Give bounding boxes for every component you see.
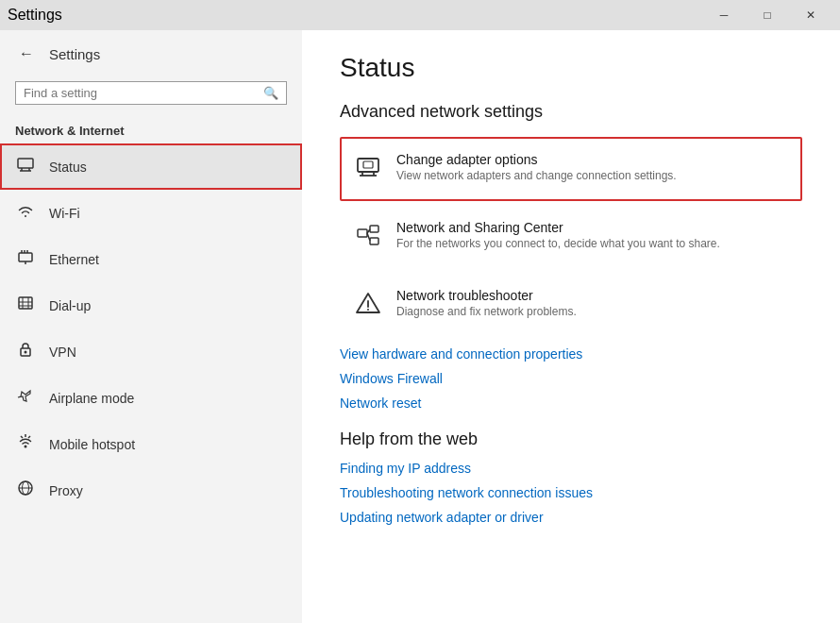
svg-point-16: [25, 446, 27, 448]
titlebar-left: Settings: [8, 7, 62, 24]
sharing-desc: For the networks you connect to, decide …: [396, 237, 787, 250]
search-input[interactable]: [24, 86, 263, 100]
svg-line-32: [367, 233, 370, 241]
sidebar-item-wifi[interactable]: Wi-Fi: [0, 190, 302, 236]
adapter-title: Change adapter options: [396, 152, 787, 167]
sidebar: ← Settings 🔍 Network & Internet Status: [0, 30, 302, 623]
sidebar-item-status-label: Status: [49, 160, 87, 175]
ip-link[interactable]: Finding my IP address: [340, 461, 802, 476]
close-button[interactable]: ✕: [789, 0, 832, 30]
troubleshooter-desc: Diagnose and fix network problems.: [396, 305, 787, 318]
sharing-icon: [355, 222, 381, 254]
svg-rect-0: [18, 159, 33, 168]
svg-rect-4: [19, 253, 32, 261]
sidebar-item-ethernet[interactable]: Ethernet: [0, 236, 302, 282]
troubleshooter-title: Network troubleshooter: [396, 288, 787, 303]
troubleshooter-option[interactable]: Network troubleshooter Diagnose and fix …: [340, 273, 802, 337]
svg-rect-29: [370, 226, 378, 232]
wifi-icon: [15, 201, 36, 225]
svg-rect-9: [19, 297, 32, 309]
dialup-icon: [15, 294, 36, 317]
svg-line-18: [28, 436, 30, 438]
sidebar-item-dialup[interactable]: Dial-up: [0, 282, 302, 328]
hotspot-icon: [15, 432, 36, 456]
maximize-button[interactable]: □: [746, 0, 789, 30]
sharing-title: Network and Sharing Center: [396, 220, 787, 235]
firewall-link[interactable]: Windows Firewall: [340, 371, 802, 386]
titlebar-title: Settings: [8, 7, 62, 24]
sidebar-item-proxy-label: Proxy: [49, 483, 83, 498]
adapter-driver-link[interactable]: Updating network adapter or driver: [340, 510, 802, 525]
sidebar-item-vpn[interactable]: VPN: [0, 328, 302, 375]
titlebar: Settings ─ □ ✕: [0, 0, 840, 30]
svg-rect-28: [358, 229, 367, 237]
help-section-title: Help from the web: [340, 429, 802, 449]
change-adapter-option[interactable]: Change adapter options View network adap…: [340, 137, 802, 201]
sidebar-item-dialup-label: Dial-up: [49, 298, 91, 313]
airplane-icon: [15, 386, 36, 410]
svg-rect-27: [363, 161, 373, 168]
adapter-desc: View network adapters and change connect…: [396, 169, 787, 182]
sidebar-item-status[interactable]: Status: [0, 143, 302, 190]
sidebar-section-title: Network & Internet: [0, 116, 302, 143]
sidebar-item-airplane[interactable]: Airplane mode: [0, 375, 302, 421]
content-area: Status Advanced network settings Change …: [302, 30, 840, 623]
svg-rect-23: [358, 159, 378, 172]
svg-rect-30: [370, 238, 378, 244]
troubleshoot-connection-link[interactable]: Troubleshooting network connection issue…: [340, 485, 802, 500]
titlebar-controls: ─ □ ✕: [702, 0, 832, 30]
sidebar-item-proxy[interactable]: Proxy: [0, 467, 302, 514]
sidebar-item-hotspot[interactable]: Mobile hotspot: [0, 421, 302, 467]
svg-point-15: [25, 351, 27, 354]
search-icon: 🔍: [263, 86, 278, 100]
minimize-button[interactable]: ─: [702, 0, 746, 30]
sidebar-app-title: Settings: [49, 46, 100, 62]
ethernet-icon: [15, 247, 36, 271]
back-button[interactable]: ←: [15, 42, 38, 66]
vpn-icon: [15, 340, 36, 363]
page-title: Status: [340, 53, 802, 83]
sidebar-item-hotspot-label: Mobile hotspot: [49, 437, 135, 452]
sidebar-item-vpn-label: VPN: [49, 345, 76, 360]
sidebar-item-airplane-label: Airplane mode: [49, 391, 134, 406]
troubleshooter-text-block: Network troubleshooter Diagnose and fix …: [396, 288, 787, 318]
status-icon: [15, 155, 36, 178]
sidebar-header: ← Settings: [0, 30, 302, 77]
proxy-icon: [15, 479, 36, 502]
sharing-center-option[interactable]: Network and Sharing Center For the netwo…: [340, 205, 802, 269]
adapter-icon: [355, 154, 381, 186]
adapter-text-block: Change adapter options View network adap…: [396, 152, 787, 182]
troubleshooter-icon: [355, 290, 381, 322]
svg-point-34: [367, 309, 369, 311]
sidebar-item-wifi-label: Wi-Fi: [49, 206, 80, 221]
search-box[interactable]: 🔍: [15, 81, 287, 105]
sharing-text-block: Network and Sharing Center For the netwo…: [396, 220, 787, 250]
sidebar-item-ethernet-label: Ethernet: [49, 252, 99, 267]
advanced-section-title: Advanced network settings: [340, 102, 802, 122]
hardware-link[interactable]: View hardware and connection properties: [340, 346, 802, 362]
reset-link[interactable]: Network reset: [340, 396, 802, 411]
main-layout: ← Settings 🔍 Network & Internet Status: [0, 30, 840, 623]
svg-line-19: [21, 436, 23, 438]
